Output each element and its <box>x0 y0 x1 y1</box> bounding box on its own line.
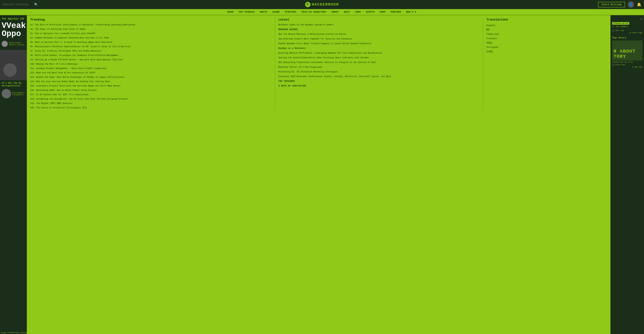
trending-item[interactable]: #19- The Ripple (XRP) SWOT Analysis <box>30 102 272 105</box>
main-layout: The Apecoin (AP VVeak Oppo @andreydido A… <box>0 15 644 334</box>
latest-item[interactable]: Solving the ConnectTimeoutError When Ver… <box>278 56 480 59</box>
translations-list: EspañolहिंदीTiếng ViệtFrançais中国人Portugu… <box>486 23 607 54</box>
latest-column: Latest Boldness takes in the dynamic sys… <box>275 18 483 111</box>
latest-item[interactable]: Why You Should Maintain a Relationship P… <box>278 33 480 36</box>
latest-item[interactable]: Boosting Website Performance: Leveraging… <box>278 52 480 55</box>
translation-item[interactable]: Español <box>486 23 607 28</box>
translation-item[interactable]: 中国人 <box>486 41 607 45</box>
nav-tech-co-directory[interactable]: TECH CO DIRECTORY <box>302 11 327 13</box>
latest-item[interactable]: Essential 2023 Developer Conferences: Ox… <box>278 75 480 78</box>
sidebar-author-area: @andreydido Andrey Didovsk <box>0 39 27 49</box>
nav-crypto[interactable]: CRYPTO <box>366 11 375 13</box>
trending-item[interactable]: #8- Multi-Cloud DevOps: Strategies for S… <box>30 54 272 57</box>
trending-item[interactable]: #4- Common Mistakes in Engineer-Authored… <box>30 37 272 40</box>
headphone-icon2: 🎧 <box>612 64 614 66</box>
search-area: 🔍 <box>3 3 38 6</box>
right-read-time2: 🎧 147m read <box>612 64 642 66</box>
sidebar-author-avatar2 <box>2 89 11 98</box>
trending-list: #1- The Role of Artificial Intelligence … <box>30 23 272 109</box>
sidebar-author-name2: @djcampbell DJCampbell <box>12 92 25 96</box>
status-bar: https://hackernoon.com/tagged/hackernoon… <box>0 331 27 334</box>
translation-item[interactable]: Tiếng Việt <box>486 32 607 37</box>
right-read-time: 🎧 10m read <box>612 30 642 32</box>
search-input[interactable] <box>3 3 33 6</box>
right-time-ago: 13 hours ago <box>612 32 642 34</box>
latest-item[interactable]: How Ethereum Clients Work Together for S… <box>278 38 480 41</box>
right-story-desc: o, our model) <box>612 25 642 28</box>
trending-item[interactable]: #7- Unity AI: Creating Intelligent NPCs … <box>30 50 272 53</box>
trending-item[interactable]: #2- The Power of Achieving Flow State in… <box>30 28 272 31</box>
latest-item[interactable]: PayPal Becomes First Major Fintech Compa… <box>278 42 480 45</box>
nav-partner[interactable]: PARTNER <box>391 11 401 13</box>
translation-item[interactable]: 日本語 <box>486 50 607 54</box>
nav-startups[interactable]: STARTUPS <box>284 11 296 13</box>
trending-item[interactable]: #1- The Role of Artificial Intelligence … <box>30 23 272 26</box>
trending-item[interactable]: #20- The Future of Artificial Intelligen… <box>30 106 272 109</box>
nav-top-stories[interactable]: TOP STORIES <box>238 11 255 13</box>
nav-learn[interactable]: LEARN <box>272 11 280 13</box>
three-columns: Trending #1- The Role of Artificial Inte… <box>30 18 607 111</box>
nav-write[interactable]: WRITE <box>260 11 267 13</box>
latest-item[interactable]: RUNNING WATERS <box>278 28 480 31</box>
trending-item[interactable]: #10- Making the Most of 1-on-1 Meetings <box>30 63 272 66</box>
left-sidebar: The Apecoin (AP VVeak Oppo @andreydido A… <box>0 15 27 334</box>
nav-jobs[interactable]: JOBS <box>355 11 361 13</box>
trending-column: Trending #1- The Role of Artificial Inte… <box>30 18 275 111</box>
trending-item[interactable]: #17- Is AI Content Bad for SEO? It's Com… <box>30 93 272 96</box>
latest-item[interactable]: Deepfake Voices: AI's New Playground <box>278 66 480 69</box>
sidebar-author-area2: @djcampbell DJCampbell <box>0 88 27 99</box>
translation-item[interactable]: Português <box>486 45 607 50</box>
latest-item[interactable]: Boldness takes in the dynamic system of … <box>278 23 480 26</box>
translation-item[interactable]: Français <box>486 37 607 41</box>
sidebar-big-text: VVeak Oppo <box>0 22 27 38</box>
trending-item[interactable]: #5- DeFi on Bitcoin Part 1: A Guide To B… <box>30 41 272 44</box>
trending-item[interactable]: #9- Setting Up a MinIO FTP/SFTP Server —… <box>30 58 272 61</box>
latest-item[interactable]: Why Onboarding Traditional Investment Ve… <box>278 61 480 64</box>
nav-web25[interactable]: WEB 2.5 <box>406 11 416 13</box>
sidebar-image-placeholder <box>0 50 27 80</box>
translation-item[interactable]: हिंदी <box>486 28 607 32</box>
site-logo[interactable]: ⏱ HACKERNOON <box>305 2 339 7</box>
sidebar-story-title: The Apecoin (AP <box>0 15 27 22</box>
start-writing-button[interactable]: Start Writing <box>598 2 625 8</box>
top-story-overlay-text: N ABOUT TORY <box>612 48 637 61</box>
trending-item[interactable]: #13- Beyond the Hype: Real-World Challen… <box>30 76 272 79</box>
top-story-image[interactable]: N ABOUT TORY <box>612 41 642 61</box>
headphone-icon: 🎧 <box>612 30 614 32</box>
right-time-ago2: a day ago <box>612 66 642 68</box>
sidebar-article-title2: It's Not the Ma Sociopolitical- <box>0 80 27 88</box>
nav-about[interactable]: ABOUT <box>332 11 339 13</box>
trending-item[interactable]: #3- How to Optimize Your LinkedIn Profil… <box>30 32 272 35</box>
top-story-tag-link[interactable]: #hackernoon-top-story <box>612 61 642 63</box>
latest-item[interactable]: Harnessing AI: 28 Innovative Marketing S… <box>278 70 480 73</box>
trending-item[interactable]: #14- Why the Lean Startup Model Might Be… <box>30 80 272 83</box>
latest-item[interactable]: A NOTE OF INVITATION <box>278 84 480 87</box>
trending-item[interactable]: #6- Revolutionary Potential Superconduct… <box>30 45 272 48</box>
trending-item[interactable]: #18- Automating the Automation: Can AI F… <box>30 98 272 101</box>
secondary-navigation: READ TOP STORIES WRITE LEARN STARTUPS TE… <box>0 9 644 15</box>
latest-item[interactable]: THE CRUSADES <box>278 80 480 83</box>
trending-item[interactable]: #16- Rethinking Web3: How to Build Faste… <box>30 89 272 92</box>
translations-title: Translations <box>486 18 607 21</box>
latest-title: Latest <box>278 18 480 21</box>
bell-icon[interactable]: 🔔 <box>637 2 641 7</box>
avatar[interactable]: 👤 <box>628 1 634 8</box>
top-story-label: Top Story <box>612 37 642 39</box>
trending-title: Trending <box>30 18 272 21</box>
edit-icon[interactable]: ✏ <box>612 17 642 21</box>
tag-badge[interactable]: #future-of-ai <box>612 22 629 25</box>
trending-item[interactable]: #12- What are the Best Free AI Art Gener… <box>30 71 272 74</box>
right-sidebar: ✏ #future-of-ai o, our model) 🎧 10m read… <box>610 15 644 334</box>
latest-item[interactable]: DevOps in a Nutshell <box>278 47 480 50</box>
top-right-actions: Start Writing 👤 🔔 <box>598 1 641 8</box>
trending-item[interactable]: #15- Launched a Project Twice with Two H… <box>30 84 272 87</box>
nav-read[interactable]: READ <box>228 11 234 13</box>
trending-item[interactable]: #11- Goodbye Product Management - Hello … <box>30 67 272 70</box>
nav-help[interactable]: HELP <box>344 11 350 13</box>
top-navigation: 🔍 ⏱ HACKERNOON Start Writing 👤 🔔 <box>0 0 644 9</box>
nav-shop[interactable]: SHOP <box>380 11 386 13</box>
sidebar-figure <box>3 63 17 77</box>
search-icon[interactable]: 🔍 <box>34 3 38 6</box>
logo-text: HACKERNOON <box>312 3 339 7</box>
latest-list: Boldness takes in the dynamic system of … <box>278 23 480 87</box>
